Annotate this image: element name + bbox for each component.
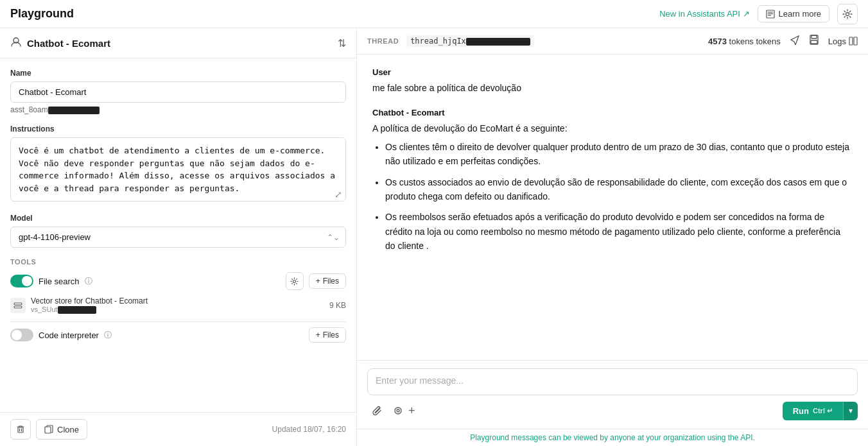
svg-point-4 bbox=[846, 12, 849, 15]
main-layout: Chatbot - Ecomart ⇅ Name asst_8oam Instr… bbox=[0, 28, 868, 446]
svg-rect-8 bbox=[14, 306, 22, 308]
instructions-label: Instructions bbox=[10, 124, 346, 133]
clone-label: Clone bbox=[57, 425, 79, 434]
tokens-count: 4573 bbox=[708, 37, 727, 46]
save-icon bbox=[809, 35, 819, 45]
message-text-bot: A política de devolução do EcoMart é a s… bbox=[372, 121, 853, 253]
file-search-row: File search ⓘ + Files bbox=[10, 272, 346, 290]
model-select[interactable]: gpt-4-1106-preview bbox=[10, 227, 346, 248]
tools-label: TOOLS bbox=[10, 258, 346, 266]
vector-store-info: Vector store for Chatbot - Ecomart vs_SU… bbox=[31, 296, 324, 314]
assistant-icon bbox=[10, 36, 22, 50]
file-search-left: File search ⓘ bbox=[10, 275, 92, 287]
right-panel: THREAD thread_hjqIx 4573 tokens tokens L… bbox=[357, 28, 868, 446]
tool-button[interactable] bbox=[388, 400, 408, 421]
logs-button[interactable]: Logs bbox=[828, 37, 858, 46]
svg-rect-7 bbox=[14, 303, 22, 305]
run-shortcut: Ctrl ↵ bbox=[813, 407, 833, 415]
toggle-knob bbox=[22, 276, 32, 286]
footer-left: Clone bbox=[10, 419, 87, 440]
bullet-3: Os reembolsos serão efetuados após a ver… bbox=[385, 210, 853, 253]
message-text-user: me fale sobre a política de devolução bbox=[372, 81, 853, 95]
instructions-section: Instructions Você é um chatbot de atendi… bbox=[10, 124, 346, 203]
left-panel-title: Chatbot - Ecomart bbox=[27, 38, 110, 49]
database-icon bbox=[13, 301, 22, 310]
send-icon-button[interactable] bbox=[790, 35, 800, 47]
vector-store-size: 9 KB bbox=[329, 301, 346, 310]
thread-label: THREAD bbox=[367, 37, 399, 45]
code-interpreter-right: + Files bbox=[309, 327, 346, 343]
left-panel-body: Name asst_8oam Instructions Você é um ch… bbox=[0, 58, 356, 412]
svg-rect-17 bbox=[854, 37, 857, 45]
delete-button[interactable] bbox=[10, 419, 31, 440]
run-btn-group: Run Ctrl ↵ ▾ bbox=[783, 402, 858, 420]
attach-button[interactable] bbox=[367, 400, 388, 421]
message-sender-user: User bbox=[372, 67, 853, 77]
learn-more-button[interactable]: Learn more bbox=[758, 5, 829, 22]
divider bbox=[10, 322, 346, 322]
response-bullets: Os clientes têm o direito de devolver qu… bbox=[372, 140, 853, 253]
code-interpreter-toggle[interactable] bbox=[10, 329, 33, 341]
svg-rect-9 bbox=[18, 427, 23, 433]
tools-icon bbox=[393, 406, 403, 416]
settings-button[interactable] bbox=[837, 4, 858, 24]
name-section: Name asst_8oam bbox=[10, 69, 346, 114]
file-search-toggle[interactable] bbox=[10, 275, 33, 287]
thread-id: thread_hjqIx bbox=[406, 35, 534, 47]
svg-point-19 bbox=[397, 409, 399, 412]
plus-icon: + bbox=[316, 277, 320, 286]
code-interpreter-row: Code interpreter ⓘ + Files bbox=[10, 327, 346, 343]
paperclip-icon bbox=[372, 406, 383, 416]
clone-icon bbox=[44, 425, 53, 434]
chat-input-footer: + Run Ctrl ↵ ▾ bbox=[367, 400, 858, 421]
gear-small-icon bbox=[290, 277, 299, 286]
model-section: Model gpt-4-1106-preview ⌃⌄ bbox=[10, 214, 346, 248]
add-button[interactable]: + bbox=[408, 404, 415, 418]
file-search-files-button[interactable]: + Files bbox=[309, 273, 346, 289]
file-search-info-icon: ⓘ bbox=[85, 276, 92, 287]
top-bar-right: New in Assistants API ↗ Learn more bbox=[659, 4, 858, 24]
left-panel: Chatbot - Ecomart ⇅ Name asst_8oam Instr… bbox=[0, 28, 357, 446]
left-panel-footer: Clone Updated 18/07, 16:20 bbox=[0, 412, 356, 446]
collapse-button[interactable]: ⇅ bbox=[338, 37, 346, 49]
run-label: Run bbox=[793, 406, 809, 416]
model-select-wrapper: gpt-4-1106-preview ⌃⌄ bbox=[10, 227, 346, 248]
logs-label: Logs bbox=[828, 37, 846, 46]
file-search-name: File search bbox=[39, 277, 80, 286]
new-api-link[interactable]: New in Assistants API ↗ bbox=[659, 9, 749, 19]
chat-body: User me fale sobre a política de devoluç… bbox=[357, 55, 868, 360]
assistant-id: asst_8oam bbox=[10, 105, 346, 114]
vector-store-icon bbox=[10, 298, 26, 313]
instructions-textarea[interactable]: Você é um chatbot de atendimento a clien… bbox=[10, 137, 346, 202]
book-icon bbox=[766, 10, 775, 19]
name-input[interactable] bbox=[10, 81, 346, 103]
toggle-knob-2 bbox=[12, 330, 22, 340]
message-sender-bot: Chatbot - Ecomart bbox=[372, 108, 853, 117]
vector-store-row: Vector store for Chatbot - Ecomart vs_SU… bbox=[10, 294, 346, 316]
file-search-settings-button[interactable] bbox=[286, 272, 304, 290]
clone-button[interactable]: Clone bbox=[36, 419, 87, 440]
bullet-1: Os clientes têm o direito de devolver qu… bbox=[385, 140, 853, 169]
left-panel-header-left: Chatbot - Ecomart bbox=[10, 36, 110, 50]
vector-store-name: Vector store for Chatbot - Ecomart bbox=[31, 296, 324, 305]
top-bar: Playground New in Assistants API ↗ Learn… bbox=[0, 0, 868, 28]
run-button[interactable]: Run Ctrl ↵ bbox=[783, 402, 843, 420]
thread-header-right: 4573 tokens tokens Logs bbox=[708, 35, 858, 47]
code-interpreter-files-button[interactable]: + Files bbox=[309, 327, 346, 343]
gear-icon bbox=[842, 9, 853, 19]
app-title: Playground bbox=[10, 7, 74, 21]
code-interpreter-info-icon: ⓘ bbox=[104, 330, 112, 341]
svg-rect-16 bbox=[849, 37, 853, 45]
footer-note: Playground messages can be viewed by any… bbox=[357, 429, 868, 446]
save-icon-button[interactable] bbox=[809, 35, 819, 47]
tokens-label: tokens bbox=[729, 37, 754, 46]
chat-input-box: Enter your message... bbox=[367, 368, 858, 395]
svg-rect-15 bbox=[811, 40, 817, 44]
svg-point-6 bbox=[293, 280, 296, 282]
expand-button[interactable]: ⤢ bbox=[334, 189, 342, 200]
message-block-bot: Chatbot - Ecomart A política de devoluçã… bbox=[372, 108, 853, 253]
svg-point-18 bbox=[395, 407, 401, 414]
vector-store-id: vs_SUut bbox=[31, 305, 324, 314]
run-dropdown-button[interactable]: ▾ bbox=[843, 402, 858, 420]
svg-rect-12 bbox=[45, 427, 51, 433]
